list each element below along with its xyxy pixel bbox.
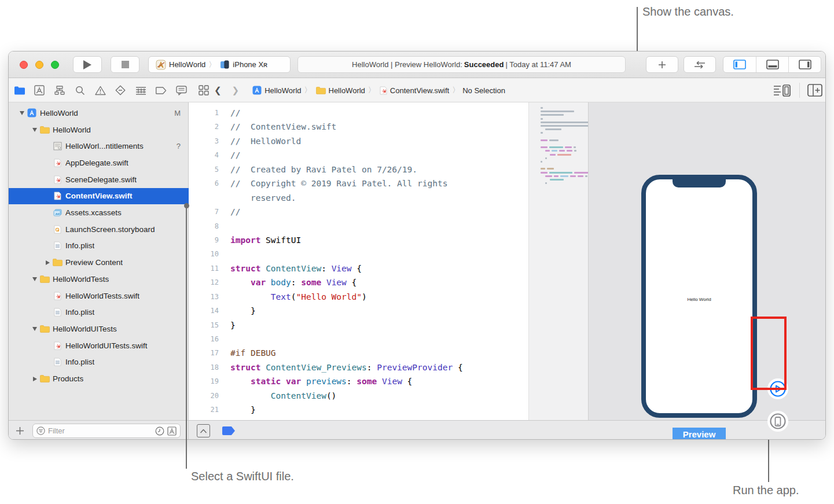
back-button[interactable]: ❮ <box>209 85 227 95</box>
code-line[interactable]: 7// <box>189 205 528 219</box>
project-navigator-tab[interactable] <box>12 83 26 97</box>
symbol-navigator-tab[interactable] <box>53 83 67 97</box>
issue-navigator-tab[interactable] <box>93 83 107 97</box>
code-text: // Created by Ravi Patel on 7/26/19. <box>230 163 417 176</box>
swap-arrows-icon <box>693 61 706 69</box>
line-number: 10 <box>189 247 219 261</box>
iphone-preview-device: Hello World <box>641 175 757 418</box>
line-number: 11 <box>189 262 219 275</box>
test-navigator-tab[interactable] <box>113 83 127 97</box>
stop-button[interactable] <box>111 56 139 73</box>
code-line[interactable]: 15} <box>189 318 528 332</box>
file-label: Assets.xcassets <box>65 208 122 217</box>
crumb-selection[interactable]: No Selection <box>462 86 505 95</box>
code-line[interactable]: 8 <box>189 219 528 233</box>
code-line[interactable]: 5// Created by Ravi Patel on 7/26/19. <box>189 163 528 176</box>
debug-navigator-tab[interactable] <box>134 83 148 97</box>
hide-debug-area-button[interactable] <box>197 424 210 437</box>
code-line[interactable]: 9import SwiftUI <box>189 233 528 247</box>
zoom-window-button[interactable] <box>51 61 59 69</box>
code-line[interactable]: 4// <box>189 148 528 162</box>
toggle-debug-area-button[interactable] <box>756 57 788 72</box>
scheme-selector[interactable]: HelloWorld 〉 iPhone Xʀ <box>148 56 291 73</box>
recents-clock-icon[interactable] <box>155 426 164 436</box>
source-control-icon <box>34 85 45 95</box>
code-line[interactable]: 16 <box>189 332 528 346</box>
disclosure-triangle[interactable] <box>43 260 52 265</box>
file-tree-row-launchscreen-storyboard[interactable]: LaunchScreen.storyboard <box>9 221 189 238</box>
file-tree-row-helloworldtests[interactable]: HelloWorldTests <box>9 271 189 288</box>
file-tree-row-helloworlduitests[interactable]: HelloWorldUITests <box>9 321 189 337</box>
find-navigator-tab[interactable] <box>73 83 87 97</box>
file-tree-row-assets-xcassets[interactable]: Assets.xcassets <box>9 204 189 221</box>
code-text: // Copyright © 2019 Ravi Patel. All righ… <box>230 176 447 190</box>
code-line[interactable]: 14 } <box>189 304 528 318</box>
disclosure-triangle[interactable] <box>31 277 39 281</box>
code-line[interactable]: 17#if DEBUG <box>189 346 528 360</box>
file-tree-row-products[interactable]: Products <box>9 370 189 387</box>
disclosure-triangle[interactable] <box>31 128 39 132</box>
breakpoint-navigator-tab[interactable] <box>154 83 168 97</box>
crumb-group[interactable]: HelloWorld <box>329 86 365 95</box>
disclosure-triangle[interactable] <box>18 111 26 115</box>
preview-label[interactable]: Preview <box>673 428 726 440</box>
file-tree-row-helloworl-ntitlements[interactable]: HelloWorl...ntitlements? <box>9 138 189 154</box>
code-line[interactable]: 13 Text("Hello World") <box>189 290 528 304</box>
close-window-button[interactable] <box>20 61 28 69</box>
file-tree-row-contentview-swift[interactable]: ContentView.swift <box>9 188 189 205</box>
code-line[interactable]: reserved. <box>189 191 528 205</box>
toggle-inspector-button[interactable] <box>788 57 821 72</box>
code-line[interactable]: 1// <box>189 106 528 120</box>
file-tree-row-helloworldtests-swift[interactable]: HelloWorldTests.swift <box>9 288 189 304</box>
file-tree-row-appdelegate-swift[interactable]: AppDelegate.swift <box>9 154 189 171</box>
code-line[interactable]: 21 } <box>189 403 528 417</box>
disclosure-triangle[interactable] <box>31 377 39 381</box>
stop-icon <box>122 61 129 68</box>
report-navigator-tab[interactable] <box>174 83 188 97</box>
code-line[interactable]: 18struct ContentView_Previews: PreviewPr… <box>189 360 528 374</box>
editor-options-button[interactable] <box>773 84 792 99</box>
code-line[interactable]: 3// HelloWorld <box>189 134 528 148</box>
source-control-filter-icon[interactable] <box>167 426 177 436</box>
source-control-navigator-tab[interactable] <box>32 83 46 97</box>
code-line[interactable]: 6// Copyright © 2019 Ravi Patel. All rig… <box>189 176 528 190</box>
preview-on-device-button[interactable] <box>767 411 788 432</box>
swift-icon <box>52 192 63 200</box>
scheme-separator: 〉 <box>205 60 219 70</box>
file-tree-row-info-plist[interactable]: Info.plist <box>9 354 189 371</box>
toggle-navigator-button[interactable] <box>723 57 756 72</box>
file-tree-row-scenedelegate-swift[interactable]: SceneDelegate.swift <box>9 171 189 188</box>
code-line[interactable]: 2// ContentView.swift <box>189 120 528 134</box>
minimize-window-button[interactable] <box>35 61 43 69</box>
related-items-button[interactable] <box>199 85 209 95</box>
disclosure-triangle[interactable] <box>31 327 39 331</box>
crumb-file[interactable]: ContentView.swift <box>390 86 449 95</box>
minimap[interactable] <box>528 102 588 420</box>
file-tree-row-info-plist[interactable]: Info.plist <box>9 304 189 321</box>
code-text: ContentView() <box>230 389 336 403</box>
filter-input[interactable]: Filter <box>32 424 181 438</box>
file-tree-row-helloworld[interactable]: HelloWorldM <box>9 105 189 122</box>
line-number: 9 <box>189 233 219 247</box>
toolbar: HelloWorld 〉 iPhone Xʀ HelloWorld | Prev… <box>9 51 826 78</box>
file-tree-row-helloworlduitests-swift[interactable]: HelloWorldUITests.swift <box>9 337 189 354</box>
source-editor[interactable]: 1//2// ContentView.swift3// HelloWorld4/… <box>189 102 528 420</box>
add-button[interactable] <box>646 56 678 73</box>
crumb-project[interactable]: HelloWorld <box>264 86 301 95</box>
breakpoints-toggle-button[interactable] <box>222 426 235 435</box>
code-line[interactable]: 11struct ContentView: View { <box>189 262 528 275</box>
code-line[interactable]: 20 ContentView() <box>189 389 528 403</box>
swap-editors-button[interactable] <box>684 56 716 73</box>
code-line[interactable]: 19 static var previews: some View { <box>189 374 528 388</box>
preview-hello-text: Hello World <box>646 297 752 302</box>
code-line[interactable]: 12 var body: some View { <box>189 275 528 289</box>
forward-button[interactable]: ❯ <box>227 85 245 95</box>
run-button[interactable] <box>73 56 102 73</box>
code-line[interactable]: 10 <box>189 247 528 261</box>
line-number: 14 <box>189 304 219 318</box>
file-tree-row-info-plist[interactable]: Info.plist <box>9 238 189 255</box>
file-tree-row-preview-content[interactable]: Preview Content <box>9 254 189 271</box>
file-tree-row-helloworld[interactable]: HelloWorld <box>9 122 189 138</box>
add-file-icon[interactable] <box>16 426 24 435</box>
add-editor-button[interactable] <box>807 84 822 99</box>
